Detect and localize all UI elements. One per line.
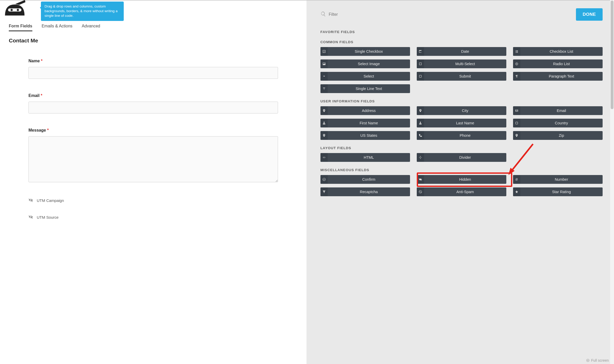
- pill-radio-list[interactable]: Radio List: [513, 59, 603, 68]
- svg-line-9: [419, 191, 421, 193]
- pill-number[interactable]: Number: [513, 175, 603, 184]
- pill-label: Recaptcha: [328, 190, 410, 194]
- ban-icon: [417, 187, 424, 196]
- pin-icon: [320, 106, 328, 115]
- pill-label: Number: [520, 177, 603, 181]
- list-icon: [513, 47, 520, 56]
- calendar-icon: [417, 47, 424, 56]
- paragraph-icon: [513, 72, 520, 81]
- field-message[interactable]: Message *: [28, 128, 278, 183]
- tab-form-fields[interactable]: Form Fields: [9, 24, 32, 31]
- filter-icon: [320, 187, 328, 196]
- square-icon: [417, 72, 424, 81]
- search-icon: [320, 11, 326, 18]
- svg-rect-6: [516, 122, 518, 124]
- phone-icon: [417, 131, 424, 140]
- scrollbar-thumb[interactable]: [611, 1, 613, 109]
- pill-date[interactable]: Date: [417, 47, 506, 56]
- eye-slash-icon: [417, 175, 424, 184]
- user-icon: [417, 119, 424, 127]
- pill-single-checkbox[interactable]: Single Checkbox: [320, 47, 410, 56]
- pill-last-name[interactable]: Last Name: [417, 119, 506, 127]
- promo-tooltip: Drag & drop rows and columns, custom bac…: [41, 2, 124, 21]
- pill-label: Select Image: [328, 62, 410, 66]
- image-icon: [320, 59, 328, 68]
- code-icon: [320, 153, 328, 162]
- pill-country[interactable]: Country: [513, 119, 603, 127]
- utm-campaign-label: UTM Campaign: [37, 198, 64, 203]
- user-icon: [320, 119, 328, 127]
- hash-icon: [513, 175, 520, 184]
- section-common-label: COMMON FIELDS: [320, 40, 603, 44]
- field-name[interactable]: Name *: [28, 59, 278, 79]
- checkbox-icon: [320, 47, 328, 56]
- star-icon: [513, 187, 520, 196]
- pill-label: Multi-Select: [424, 62, 506, 66]
- pill-recaptcha[interactable]: Recaptcha: [320, 187, 410, 196]
- pill-paragraph-text[interactable]: Paragraph Text: [513, 72, 603, 81]
- pill-first-name[interactable]: First Name: [320, 119, 410, 127]
- field-message-label: Message *: [28, 128, 278, 133]
- fullscreen-label: Full screen: [591, 358, 609, 362]
- pill-divider[interactable]: Divider: [417, 153, 506, 162]
- filter-wrap: [320, 11, 576, 18]
- pill-hidden[interactable]: Hidden: [417, 175, 506, 184]
- field-email[interactable]: Email *: [28, 93, 278, 113]
- pill-checkbox-list[interactable]: Checkbox List: [513, 47, 603, 56]
- pill-select-image[interactable]: Select Image: [320, 59, 410, 68]
- pill-label: Star Rating: [520, 190, 603, 194]
- svg-rect-0: [8, 9, 21, 12]
- section-user-info-label: USER INFORMATION FIELDS: [320, 99, 603, 103]
- scrollbar-track[interactable]: [610, 0, 614, 364]
- email-input[interactable]: [28, 102, 278, 113]
- radio-icon: [513, 59, 520, 68]
- field-email-label: Email *: [28, 93, 278, 98]
- field-utm-source[interactable]: UTM Source: [28, 215, 278, 220]
- expand-icon: [586, 359, 590, 362]
- envelope-icon: [513, 106, 520, 115]
- pill-label: Submit: [424, 74, 506, 78]
- svg-rect-5: [419, 75, 421, 77]
- field-utm-campaign[interactable]: UTM Campaign: [28, 198, 278, 203]
- square-icon: [513, 119, 520, 127]
- pill-label: Single Checkbox: [328, 49, 410, 54]
- pill-label: US States: [328, 133, 410, 138]
- required-star: *: [47, 128, 49, 132]
- check-circle-icon: [320, 175, 328, 184]
- filter-input[interactable]: [329, 12, 406, 17]
- hidden-icon: [28, 215, 33, 220]
- pill-label: City: [424, 109, 506, 113]
- required-star: *: [41, 59, 42, 63]
- field-name-label: Name *: [28, 59, 278, 63]
- pill-label: Single Line Text: [328, 87, 410, 91]
- pill-multi-select[interactable]: Multi-Select: [417, 59, 506, 68]
- pill-zip[interactable]: Zip: [513, 131, 603, 140]
- message-textarea[interactable]: [28, 136, 278, 182]
- pin-icon: [320, 131, 328, 140]
- chevron-down-icon: [320, 72, 328, 81]
- fullscreen-toggle[interactable]: Full screen: [586, 358, 609, 362]
- pill-address[interactable]: Address: [320, 106, 410, 115]
- pill-submit[interactable]: Submit: [417, 72, 506, 81]
- tab-advanced[interactable]: Advanced: [82, 24, 100, 31]
- layout-grid: HTML Divider: [320, 153, 603, 162]
- pill-confirm[interactable]: Confirm: [320, 175, 410, 184]
- pill-city[interactable]: City: [417, 106, 506, 115]
- pill-phone[interactable]: Phone: [417, 131, 506, 140]
- section-layout-label: LAYOUT FIELDS: [320, 146, 603, 150]
- pill-label: Radio List: [520, 62, 603, 66]
- form-title[interactable]: Contact Me: [0, 31, 306, 44]
- pill-select[interactable]: Select: [320, 72, 410, 81]
- form-builder-panel: Drag & drop rows and columns, custom bac…: [0, 1, 306, 364]
- done-button[interactable]: DONE: [576, 8, 603, 21]
- user-info-grid: Address City Email First Name Last Name …: [320, 106, 603, 140]
- pill-single-line-text[interactable]: Single Line Text: [320, 84, 410, 93]
- pill-star-rating[interactable]: Star Rating: [513, 187, 603, 196]
- pill-label: Address: [328, 109, 410, 113]
- pill-us-states[interactable]: US States: [320, 131, 410, 140]
- pill-html[interactable]: HTML: [320, 153, 410, 162]
- tab-emails-actions[interactable]: Emails & Actions: [42, 24, 72, 31]
- pill-anti-spam[interactable]: Anti-Spam: [417, 187, 506, 196]
- name-input[interactable]: [28, 67, 278, 79]
- pill-email[interactable]: Email: [513, 106, 603, 115]
